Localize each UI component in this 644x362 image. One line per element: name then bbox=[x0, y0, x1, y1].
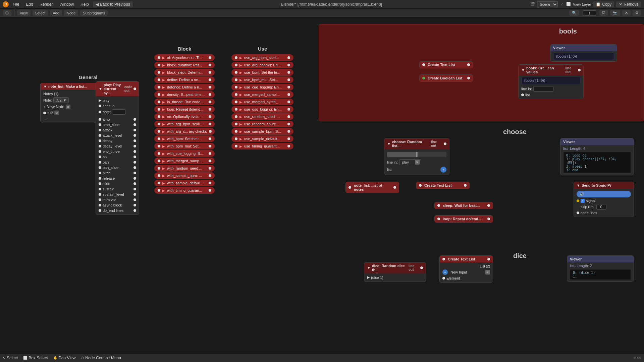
remove-c2-btn[interactable]: ✕ bbox=[54, 111, 59, 115]
bi-socket-l-5 bbox=[158, 93, 160, 96]
c2-socket bbox=[43, 112, 46, 114]
status-box-select: ⬜ Box Select bbox=[23, 356, 48, 360]
block-item-4[interactable]: ▶defonce: Define a n... bbox=[154, 84, 215, 90]
block-item-15[interactable]: ▶with_random_seed:... bbox=[154, 165, 215, 172]
amp-slide-socket bbox=[99, 123, 101, 126]
ui-arrow-0: ▶ bbox=[239, 56, 242, 60]
bools-line-in-input[interactable] bbox=[533, 86, 553, 92]
choose-collapse-icon[interactable]: ▼ bbox=[387, 142, 391, 146]
note-dropdown[interactable]: :C2 ▼ bbox=[53, 97, 69, 103]
checkbox-view-btn[interactable]: ☑ bbox=[599, 10, 608, 16]
block-item-1[interactable]: ▶block_duration: Ret... bbox=[154, 62, 215, 68]
pan-icon: ✋ bbox=[53, 356, 57, 360]
dice-code-line-1: 1: bbox=[573, 275, 628, 278]
env-curve-socket bbox=[99, 150, 101, 153]
bi-socket-r-12 bbox=[209, 145, 211, 147]
amp-slide-row: amp_slide bbox=[99, 122, 136, 127]
menu-edit[interactable]: Edit bbox=[23, 1, 36, 7]
scene-select[interactable]: Scene bbox=[537, 1, 558, 7]
use-item-7[interactable]: ▶use_osc_logging: En... bbox=[231, 106, 293, 113]
block-item-11[interactable]: ▶with_bpm: Set the t... bbox=[154, 135, 215, 142]
copy-btn[interactable]: 📋 Copy bbox=[593, 1, 614, 7]
settings-btn[interactable]: ⚙ bbox=[633, 10, 641, 16]
bools-line-out-label: line out bbox=[566, 66, 577, 74]
remove-btn[interactable]: ✕ Remove bbox=[616, 1, 641, 7]
status-select: ↖ Select bbox=[3, 356, 18, 360]
back-to-previous-btn[interactable]: ◀ Back to Previous bbox=[93, 1, 133, 7]
node-menu-btn[interactable]: Node bbox=[64, 10, 78, 16]
use-item-2[interactable]: ▶use_bpm: Set the te... bbox=[231, 69, 293, 76]
block-item-7[interactable]: ▶loop: Repeat do/end... bbox=[154, 106, 215, 113]
menu-window[interactable]: Window bbox=[57, 1, 76, 7]
dice-new-input-remove-btn[interactable]: ✕ bbox=[485, 270, 490, 275]
remove-new-note-btn[interactable]: ✕ bbox=[66, 105, 70, 109]
block-item-3[interactable]: ▶define: Define a ne... bbox=[154, 76, 215, 83]
use-item-3[interactable]: ▶use_bpm_mul: Set... bbox=[231, 76, 293, 83]
block-item-8[interactable]: ▶on: Optionally evalu... bbox=[154, 113, 215, 120]
bools-collapse-icon[interactable]: ▼ bbox=[521, 68, 525, 72]
choose-send-collapse[interactable]: ▼ bbox=[577, 183, 580, 187]
block-item-13[interactable]: ▶with_cue_logging: B... bbox=[154, 150, 215, 157]
subprograms-menu-btn[interactable]: Subprograms bbox=[80, 10, 108, 16]
choose-signal-checkbox[interactable] bbox=[581, 199, 585, 203]
bi-arrow-1: ▶ bbox=[162, 63, 165, 67]
choose-list-add-btn[interactable]: + bbox=[440, 167, 446, 173]
add-menu-btn[interactable]: Add bbox=[50, 10, 62, 16]
block-item-17[interactable]: ▶with_sample_defaul... bbox=[154, 180, 215, 186]
zoom-value[interactable]: 1 bbox=[583, 10, 596, 16]
menu-render[interactable]: Render bbox=[37, 1, 55, 7]
use-item-8[interactable]: ▶use_random_seed: ... bbox=[231, 113, 293, 120]
loop-repeat-header: loop: Repeat do/end... bbox=[435, 216, 493, 222]
collapse-icon-4[interactable]: ▼ bbox=[43, 84, 47, 88]
block-item-12[interactable]: ▶with_bpm_mul: Set... bbox=[154, 143, 215, 149]
use-item-4[interactable]: ▶use_cue_logging: En... bbox=[231, 84, 293, 90]
dice-viewer-body: list- Length: 2 0: (dice 1) 1: bbox=[567, 262, 634, 281]
zoom-icon-btn[interactable]: 🔍 bbox=[569, 10, 579, 16]
use-item-5[interactable]: ▶use_merged_sampl... bbox=[231, 91, 293, 98]
block-item-10[interactable]: ▶with_arg_c... arg checks bbox=[154, 128, 215, 135]
block-item-5[interactable]: ▶density: S...peat time... bbox=[154, 91, 215, 98]
pan-out-socket bbox=[133, 161, 136, 164]
choose-line-in-input-row: ✕ bbox=[399, 159, 421, 165]
choose-line-in-clear-btn[interactable]: ✕ bbox=[415, 160, 420, 165]
collapse-play-icon[interactable]: ▼ bbox=[99, 87, 102, 91]
node-view-icon-btn[interactable]: ⬡ bbox=[3, 10, 11, 16]
use-item-10[interactable]: ▶use_sample_bpm: S... bbox=[231, 128, 293, 135]
choose-line-in-input[interactable] bbox=[401, 160, 414, 165]
use-item-1[interactable]: ▶use_arg_checks: En... bbox=[231, 62, 293, 68]
bi-arrow-11: ▶ bbox=[162, 137, 165, 141]
block-item-6[interactable]: ▶in_thread: Run code... bbox=[154, 99, 215, 105]
use-item-0[interactable]: ▶use_arg_bpm_scali... bbox=[231, 54, 293, 61]
choose-skip-input[interactable]: 0 bbox=[596, 204, 606, 209]
use-item-11[interactable]: ▶use_sample_default... bbox=[231, 135, 293, 142]
bools-viewer-header: Viewer bbox=[550, 45, 617, 51]
block-item-16[interactable]: ▶with_sample_bpm: ... bbox=[154, 172, 215, 179]
block-items-list: ▶at: Asynchronous Ti... ▶block_duration:… bbox=[154, 54, 215, 194]
dice-collapse-icon[interactable]: ▼ bbox=[367, 266, 371, 270]
blender-logo: B bbox=[3, 1, 9, 7]
bi-arrow-18: ▶ bbox=[162, 189, 165, 192]
block-item-14[interactable]: ▶with_merged_samp... bbox=[154, 158, 215, 164]
choose-slider[interactable] bbox=[387, 152, 446, 157]
camera-view-btn[interactable]: 📷 bbox=[610, 10, 620, 16]
view-menu-btn[interactable]: View bbox=[17, 10, 31, 16]
use-item-6[interactable]: ▶use_merged_synth_... bbox=[231, 99, 293, 105]
use-item-9[interactable]: ▶use_random_sourc... bbox=[231, 121, 293, 127]
block-item-2[interactable]: ▶block_slept: Determ... bbox=[154, 69, 215, 76]
menu-help[interactable]: Help bbox=[78, 1, 92, 7]
play-note-input[interactable] bbox=[112, 109, 125, 115]
pan-socket bbox=[99, 161, 101, 164]
decay-level-out-socket bbox=[133, 145, 136, 147]
do-end-lines-row: do_end lines bbox=[99, 208, 136, 213]
block-item-18[interactable]: ▶with_timing_guaran... bbox=[154, 187, 215, 194]
note-dropdown-arrow: ▼ bbox=[63, 98, 66, 102]
use-item-12[interactable]: ▶use_timing_guarant... bbox=[231, 143, 293, 149]
ui-arrow-4: ▶ bbox=[239, 85, 242, 89]
menu-file[interactable]: File bbox=[10, 1, 22, 7]
reset-view-btn[interactable]: ✕ bbox=[622, 10, 631, 16]
block-item-0[interactable]: ▶at: Asynchronous Ti... bbox=[154, 54, 215, 61]
play-code-in-row: code in bbox=[99, 103, 136, 109]
block-item-9[interactable]: ▶with_arg_bpm_scali... bbox=[154, 121, 215, 127]
select-menu-btn[interactable]: Select bbox=[33, 10, 48, 16]
bools-area bbox=[319, 24, 644, 121]
